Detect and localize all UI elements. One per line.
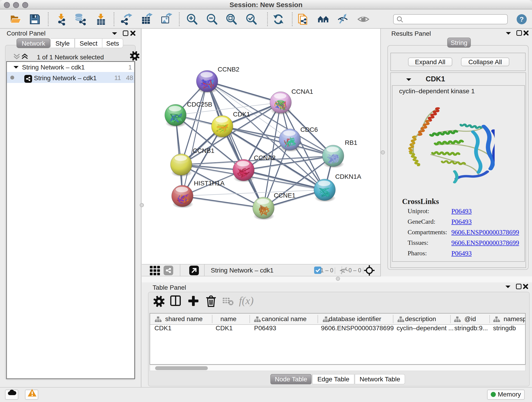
svg-text:CCNA1: CCNA1 xyxy=(291,88,313,95)
svg-text:CCNB1: CCNB1 xyxy=(193,147,215,154)
svg-text:?: ? xyxy=(520,15,524,23)
svg-text:CCNA2: CCNA2 xyxy=(254,154,276,161)
svg-text:CCNB2: CCNB2 xyxy=(218,66,239,73)
svg-text:CDC6: CDC6 xyxy=(300,126,318,133)
svg-text:HIST1H1A: HIST1H1A xyxy=(194,180,225,187)
svg-text:CDC25B: CDC25B xyxy=(187,101,212,108)
svg-text:CDK1: CDK1 xyxy=(233,111,250,118)
svg-text:CDKN1A: CDKN1A xyxy=(335,173,361,180)
svg-text:RB1: RB1 xyxy=(345,139,357,146)
svg-text:CCNE1: CCNE1 xyxy=(274,192,296,199)
